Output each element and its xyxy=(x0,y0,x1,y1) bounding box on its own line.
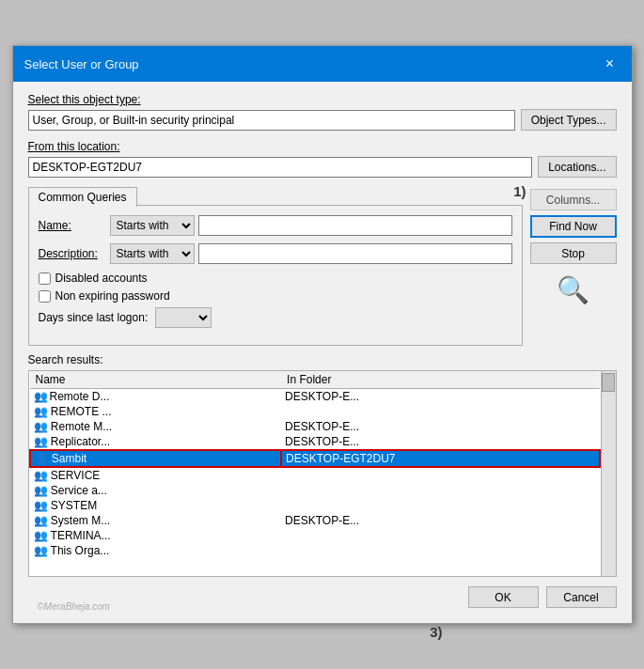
disabled-accounts-row: Disabled accounts xyxy=(39,272,512,285)
ok-button[interactable]: OK xyxy=(468,586,539,608)
table-row[interactable]: 👥 Service a... xyxy=(30,483,600,498)
object-type-input[interactable] xyxy=(28,110,515,131)
table-row[interactable]: 👥 SYSTEM xyxy=(30,498,600,513)
description-starts-with-select[interactable]: Starts with xyxy=(110,243,195,264)
results-wrapper: Name In Folder 👥Remote D... DESKTOP-E...… xyxy=(28,370,617,577)
table-body: 👥Remote D... DESKTOP-E... 👥 REMOTE ... 👥… xyxy=(30,389,600,559)
object-types-button[interactable]: Object Types... xyxy=(521,109,617,131)
stop-button[interactable]: Stop xyxy=(530,242,617,264)
name-starts-with-select[interactable]: Starts with xyxy=(110,215,195,236)
description-query-label: Description: xyxy=(39,247,106,260)
table-row[interactable]: 👥 REMOTE ... xyxy=(30,404,600,419)
table-row[interactable]: 👥 TERMINA... xyxy=(30,528,600,543)
location-row: Locations... xyxy=(28,156,617,178)
object-type-label: Select this object type: xyxy=(28,93,617,106)
select-user-dialog: Select User or Group × Select this objec… xyxy=(12,45,633,624)
disabled-accounts-label: Disabled accounts xyxy=(55,272,148,285)
results-area: 3) Name In Folder 👥Remote D... xyxy=(28,370,617,612)
table-row[interactable]: 👥 SERVICE xyxy=(30,467,600,483)
common-queries-tab[interactable]: Common Queries xyxy=(28,187,137,207)
days-logon-label: Days since last logon: xyxy=(39,311,149,324)
table-row[interactable]: 👥 Replicator... DESKTOP-E... xyxy=(30,434,600,450)
sambit-row[interactable]: 👤 Sambit DESKTOP-EGT2DU7 xyxy=(30,450,600,467)
tab-row: Common Queries xyxy=(28,187,523,206)
title-bar: Select User or Group × xyxy=(13,46,632,82)
annotation-1: 1) xyxy=(513,183,526,199)
queries-content: Name: Starts with Description: Sta xyxy=(28,205,523,346)
search-results-label: Search results: xyxy=(28,353,617,366)
table-row[interactable]: 👥 Remote M... DESKTOP-E... xyxy=(30,419,600,434)
find-now-button[interactable]: Find Now xyxy=(530,215,617,238)
non-expiring-password-row: Non expiring password xyxy=(39,289,512,303)
table-row[interactable]: 👥 System M... DESKTOP-E... xyxy=(30,513,600,528)
col-name: Name xyxy=(30,371,282,389)
col-infolder: In Folder xyxy=(281,371,599,389)
object-type-label-underline: S xyxy=(28,93,36,106)
annotation-3: 3) xyxy=(430,624,442,640)
scrollbar[interactable] xyxy=(601,371,616,576)
description-query-row: Description: Starts with xyxy=(39,243,512,264)
location-label: From this location: xyxy=(28,140,617,153)
bottom-row: ©MeraBheja.com OK Cancel xyxy=(28,586,617,612)
columns-button[interactable]: Columns... xyxy=(530,189,617,210)
days-logon-select[interactable] xyxy=(155,307,212,328)
name-query-row: Name: Starts with xyxy=(39,215,512,236)
non-expiring-password-label: Non expiring password xyxy=(55,289,170,303)
non-expiring-password-checkbox[interactable] xyxy=(39,290,51,303)
disabled-accounts-checkbox[interactable] xyxy=(39,272,51,285)
days-logon-row: Days since last logon: xyxy=(39,307,512,328)
results-inner[interactable]: Name In Folder 👥Remote D... DESKTOP-E...… xyxy=(29,371,601,576)
close-button[interactable]: × xyxy=(600,54,620,74)
name-query-label: Name: xyxy=(39,219,106,232)
locations-button[interactable]: Locations... xyxy=(538,156,616,178)
table-row[interactable]: 👥Remote D... DESKTOP-E... xyxy=(30,389,600,405)
common-queries-section: Common Queries Name: Starts with xyxy=(28,187,523,346)
queries-section: 1) Common Queries Name: Starts with xyxy=(28,187,617,346)
table-row[interactable]: 👥 This Orga... xyxy=(30,543,600,558)
object-type-row: Object Types... xyxy=(28,109,617,131)
watermark: ©MeraBheja.com xyxy=(38,601,110,612)
name-query-input[interactable] xyxy=(198,215,512,236)
description-query-input[interactable] xyxy=(198,243,512,264)
table-header: Name In Folder xyxy=(30,371,600,389)
search-binoculars-icon: 🔍 xyxy=(557,274,589,305)
location-input[interactable] xyxy=(28,157,533,178)
right-buttons-panel: Columns... Find Now Stop 🔍 xyxy=(530,187,617,346)
results-table: Name In Folder 👥Remote D... DESKTOP-E...… xyxy=(29,371,601,558)
cancel-button[interactable]: Cancel xyxy=(546,586,617,608)
dialog-body: Select this object type: Object Types...… xyxy=(13,82,632,623)
dialog-title: Select User or Group xyxy=(24,57,139,71)
